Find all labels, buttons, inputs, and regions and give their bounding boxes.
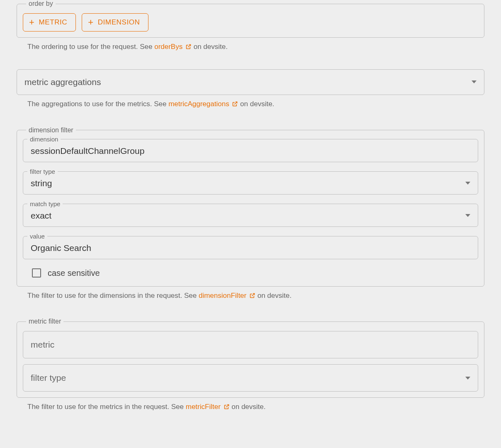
metric-filter-type-select[interactable]: filter type xyxy=(23,364,478,392)
case-sensitive-checkbox[interactable] xyxy=(32,268,41,278)
metricaggregations-link[interactable]: metricAggregations xyxy=(168,100,238,108)
add-dimension-label: DIMENSION xyxy=(98,18,140,27)
dimension-filter-fieldset: dimension filter dimension filter type s… xyxy=(17,127,484,287)
plus-icon: + xyxy=(29,18,34,27)
external-link-icon xyxy=(224,403,230,413)
order-by-fieldset: order by + METRIC + DIMENSION xyxy=(17,0,484,38)
dimension-field-legend: dimension xyxy=(27,136,61,143)
match-type-field[interactable]: match type exact xyxy=(23,200,478,227)
chevron-down-icon xyxy=(465,377,470,380)
metric-filter-fieldset: metric filter metric filter type xyxy=(17,318,484,398)
plus-icon: + xyxy=(88,18,93,27)
metric-placeholder: metric xyxy=(31,340,54,350)
metric-aggregations-select[interactable]: metric aggregations xyxy=(17,69,484,95)
orderbys-link[interactable]: orderBys xyxy=(154,43,192,51)
add-metric-label: METRIC xyxy=(39,18,67,27)
metric-filter-helper: The filter to use for the metrics in the… xyxy=(27,402,484,413)
case-sensitive-label: case sensitive xyxy=(48,268,100,278)
dimension-filter-helper: The filter to use for the dimensions in … xyxy=(27,291,484,302)
chevron-down-icon xyxy=(465,182,470,185)
match-type-value: exact xyxy=(31,211,51,221)
add-dimension-button[interactable]: + DIMENSION xyxy=(82,13,148,32)
value-field: value xyxy=(23,233,478,259)
dimension-field: dimension xyxy=(23,136,478,162)
external-link-icon xyxy=(185,43,192,53)
chevron-down-icon xyxy=(472,80,477,83)
dimension-filter-legend: dimension filter xyxy=(26,127,76,134)
filter-type-value: string xyxy=(31,178,52,188)
match-type-legend: match type xyxy=(27,200,63,207)
dimension-input[interactable] xyxy=(31,146,470,156)
external-link-icon xyxy=(249,292,255,302)
value-input[interactable] xyxy=(31,243,470,253)
filter-type-field[interactable]: filter type string xyxy=(23,168,478,195)
metric-filter-metric-input[interactable]: metric xyxy=(23,331,478,358)
chevron-down-icon xyxy=(465,214,470,217)
value-field-legend: value xyxy=(27,233,47,240)
metric-filter-legend: metric filter xyxy=(26,318,63,325)
order-by-helper: The ordering to use for the request. See… xyxy=(27,42,484,53)
external-link-icon xyxy=(232,100,238,110)
metricfilter-link[interactable]: metricFilter xyxy=(186,403,230,411)
filter-type-placeholder: filter type xyxy=(31,373,66,383)
add-metric-button[interactable]: + METRIC xyxy=(23,13,76,32)
dimensionfilter-link[interactable]: dimensionFilter xyxy=(199,292,255,299)
filter-type-legend: filter type xyxy=(27,168,58,175)
metric-aggregations-label: metric aggregations xyxy=(24,77,472,87)
order-by-legend: order by xyxy=(26,0,56,7)
metric-aggregations-helper: The aggregations to use for the metrics.… xyxy=(27,99,484,110)
